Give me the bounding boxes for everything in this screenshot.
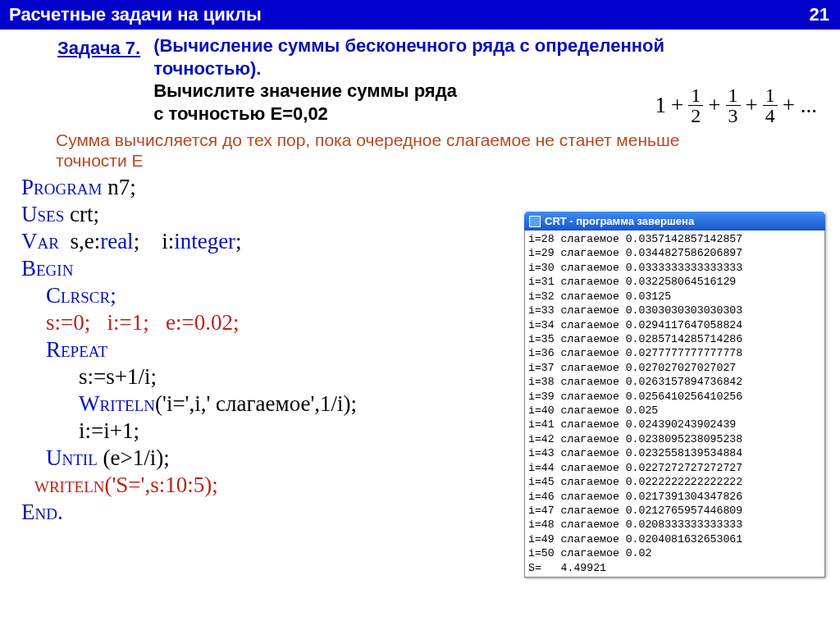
header-page: 21 <box>810 4 829 25</box>
crt-row: i=43 слагаемое 0.0232558139534884 <box>528 446 821 460</box>
task-desc-l2a: Вычислите значение суммы ряда <box>153 80 457 101</box>
crt-row: S= 4.49921 <box>528 561 821 575</box>
task-label: Задача 7. <box>57 38 140 59</box>
fraction-2: 1 3 <box>726 85 741 126</box>
fraction-3: 1 4 <box>763 85 778 126</box>
formula-plus: + <box>671 93 683 118</box>
crt-row: i=44 слагаемое 0.0227272727272727 <box>528 461 821 475</box>
crt-row: i=35 слагаемое 0.0285714285714286 <box>528 332 821 346</box>
crt-row: i=36 слагаемое 0.0277777777777778 <box>528 346 821 360</box>
formula-tail: + ... <box>783 93 817 118</box>
note-l2: точности E <box>56 151 144 170</box>
content: Задача 7. (Вычисление суммы бесконечного… <box>0 30 840 526</box>
header-title: Расчетные задачи на циклы <box>9 4 262 25</box>
crt-row: i=48 слагаемое 0.0208333333333333 <box>528 518 821 532</box>
fraction-1: 1 2 <box>688 85 703 126</box>
crt-row: i=39 слагаемое 0.0256410256410256 <box>528 390 821 404</box>
note: Сумма вычисляется до тех пор, пока очере… <box>0 125 840 171</box>
crt-row: i=28 слагаемое 0.0357142857142857 <box>528 232 821 246</box>
crt-row: i=37 слагаемое 0.027027027027027 <box>528 361 821 375</box>
crt-row: i=40 слагаемое 0.025 <box>528 404 821 418</box>
task-desc-l2b: с точностью E=0,02 <box>153 103 328 124</box>
task-desc-l1b: точностью). <box>153 58 261 79</box>
task-desc-l1a: (Вычисление суммы бесконечного ряда с оп… <box>153 35 664 56</box>
crt-row: i=30 слагаемое 0.0333333333333333 <box>528 261 821 275</box>
crt-row: i=38 слагаемое 0.0263157894736842 <box>528 375 821 389</box>
crt-title-text: CRT - программа завершена <box>545 215 694 227</box>
crt-row: i=49 слагаемое 0.0204081632653061 <box>528 532 821 546</box>
crt-output: i=28 слагаемое 0.0357142857142857i=29 сл… <box>524 231 825 578</box>
crt-row: i=33 слагаемое 0.0303030303030303 <box>528 304 821 317</box>
app-icon <box>529 216 541 227</box>
crt-row: i=31 слагаемое 0.032258064516129 <box>528 275 821 289</box>
task-desc: (Вычисление суммы бесконечного ряда с оп… <box>153 34 664 125</box>
crt-row: i=32 слагаемое 0.03125 <box>528 290 821 304</box>
series-formula: 1 + 1 2 + 1 3 + 1 4 + ... <box>655 85 817 126</box>
crt-row: i=34 слагаемое 0.0294117647058824 <box>528 318 821 332</box>
crt-row: i=42 слагаемое 0.0238095238095238 <box>528 432 821 446</box>
crt-titlebar: CRT - программа завершена <box>524 212 825 231</box>
formula-lead: 1 <box>655 93 667 118</box>
note-l1: Сумма вычисляется до тех пор, пока очере… <box>56 130 680 149</box>
crt-row: i=45 слагаемое 0.0222222222222222 <box>528 475 821 489</box>
crt-row: i=29 слагаемое 0.0344827586206897 <box>528 246 821 260</box>
crt-row: i=47 слагаемое 0.0212765957446809 <box>528 504 821 518</box>
crt-row: i=50 слагаемое 0.02 <box>528 546 821 560</box>
crt-row: i=46 слагаемое 0.0217391304347826 <box>528 490 821 504</box>
crt-window: CRT - программа завершена i=28 слагаемое… <box>524 212 825 578</box>
slide-header: Расчетные задачи на циклы 21 <box>0 0 840 30</box>
crt-row: i=41 слагаемое 0.024390243902439 <box>528 418 821 431</box>
